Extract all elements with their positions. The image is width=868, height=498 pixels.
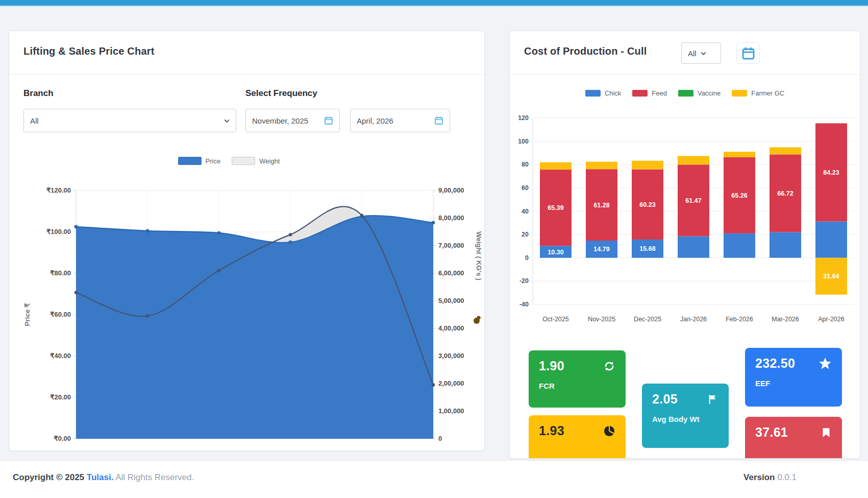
svg-text:20: 20 (522, 231, 529, 238)
svg-text:61.47: 61.47 (685, 197, 701, 204)
svg-text:40: 40 (522, 208, 529, 215)
cull-filter-value: All (688, 49, 697, 58)
copyright-suffix: All Rights Reserved. (115, 472, 194, 482)
cost-chart-legend: ChickFeedVaccineFarmer GC (510, 89, 860, 97)
chevron-down-icon (224, 119, 230, 123)
chevron-down-icon (701, 52, 706, 55)
svg-text:80: 80 (522, 161, 529, 168)
fcr-kpi-card: 1.90 FCR (529, 350, 626, 408)
svg-text:Feb-2026: Feb-2026 (726, 316, 753, 323)
avg-body-wt-kpi-card: 2.05 Avg Body Wt (642, 384, 729, 448)
svg-text:3,00,000: 3,00,000 (438, 352, 464, 360)
top-navbar (0, 0, 868, 7)
version-text: Version 0.0.1 (743, 472, 797, 483)
svg-text:65.39: 65.39 (548, 204, 563, 211)
legend-label: Chick (605, 89, 622, 97)
version-value: 0.0.1 (777, 472, 797, 482)
pie-chart-icon (603, 425, 615, 437)
svg-text:61.28: 61.28 (593, 202, 609, 209)
footer: Copyright © 2025 Tulasi. All Rights Rese… (0, 461, 868, 498)
date-from-input[interactable]: November, 2025 (245, 109, 340, 132)
right-axis-title: Weight ( KG's ) (475, 231, 483, 280)
yellow-kpi-value: 1.93 (539, 423, 564, 438)
date-to-input[interactable]: April, 2026 (350, 109, 450, 132)
svg-text:0: 0 (525, 254, 529, 262)
cost-of-production-panel: Cost of Production - Cull All ChickFeedV… (509, 31, 860, 459)
svg-text:84.23: 84.23 (823, 169, 839, 176)
avg-body-wt-value: 2.05 (652, 392, 678, 407)
eef-label: EEF (755, 379, 832, 388)
branch-select-value: All (30, 116, 39, 125)
svg-text:Mar-2026: Mar-2026 (772, 316, 799, 323)
calendar-icon (741, 46, 755, 60)
avg-body-wt-label: Avg Body Wt (652, 415, 718, 423)
brand-link[interactable]: Tulasi. (87, 472, 114, 482)
flag-icon (707, 394, 718, 405)
svg-text:9,00,000: 9,00,000 (438, 186, 464, 194)
left-axis-title: Price ₹ (23, 303, 31, 326)
legend-item: Feed (632, 89, 667, 97)
svg-text:₹40.00: ₹40.00 (50, 352, 71, 360)
lifting-sales-panel: Lifting & Sales Price Chart Branch Selec… (9, 31, 485, 451)
legend-item: Chick (585, 89, 622, 97)
legend-label: Feed (652, 89, 667, 97)
calendar-icon (324, 116, 333, 125)
svg-text:0: 0 (438, 435, 442, 442)
svg-text:31.64: 31.64 (823, 273, 839, 280)
chicken-icon (474, 316, 482, 324)
fcr-label: FCR (539, 382, 615, 390)
svg-text:66.72: 66.72 (777, 190, 793, 197)
svg-text:₹0.00: ₹0.00 (54, 435, 71, 442)
svg-text:8,00,000: 8,00,000 (438, 214, 464, 222)
branch-select[interactable]: All (23, 109, 236, 132)
svg-text:15.68: 15.68 (639, 245, 655, 252)
legend-swatch (632, 90, 648, 97)
svg-text:₹120.00: ₹120.00 (46, 186, 71, 194)
svg-text:14.79: 14.79 (593, 246, 609, 253)
frequency-label: Select Frequency (245, 88, 317, 99)
svg-text:1,00,000: 1,00,000 (438, 407, 464, 415)
svg-text:Jan-2026: Jan-2026 (680, 316, 707, 323)
svg-text:Nov-2025: Nov-2025 (588, 316, 615, 323)
svg-text:₹80.00: ₹80.00 (50, 269, 71, 277)
svg-text:60.23: 60.23 (639, 201, 655, 208)
panel-title: Cost of Production - Cull (524, 45, 647, 57)
branch-label: Branch (23, 88, 54, 99)
svg-text:₹20.00: ₹20.00 (50, 393, 71, 401)
red-kpi-value: 37.61 (755, 425, 788, 440)
svg-text:120: 120 (518, 114, 529, 122)
svg-text:-20: -20 (519, 277, 529, 284)
svg-text:4,00,000: 4,00,000 (438, 324, 464, 332)
copyright-text: Copyright © 2025 Tulasi. All Rights Rese… (13, 472, 194, 483)
panel-header: Lifting & Sales Price Chart (9, 31, 484, 75)
svg-text:Dec-2025: Dec-2025 (634, 316, 661, 323)
lifting-sales-chart: ₹120.00₹100.00₹80.00₹60.00₹40.00₹20.00₹0… (9, 151, 485, 451)
legend-swatch (732, 90, 747, 97)
red-kpi-card: 37.61 (745, 417, 842, 459)
svg-text:Oct-2025: Oct-2025 (542, 316, 568, 323)
svg-text:100: 100 (518, 138, 529, 145)
calendar-icon (434, 116, 443, 125)
svg-text:-40: -40 (519, 301, 529, 308)
svg-text:6,00,000: 6,00,000 (438, 269, 464, 277)
svg-text:60: 60 (522, 184, 529, 192)
fcr-value: 1.90 (539, 359, 564, 373)
star-icon (819, 357, 832, 370)
svg-text:5,00,000: 5,00,000 (438, 297, 464, 304)
cull-filter-select[interactable]: All (681, 42, 721, 64)
svg-text:₹100.00: ₹100.00 (46, 228, 71, 235)
svg-text:65.26: 65.26 (731, 192, 747, 199)
legend-item: Farmer GC (732, 89, 784, 97)
svg-text:2,00,000: 2,00,000 (438, 380, 464, 387)
eef-kpi-card: 232.50 EEF (745, 348, 842, 407)
date-from-value: November, 2025 (252, 116, 308, 125)
legend-label: Vaccine (698, 89, 721, 97)
copyright-prefix: Copyright © 2025 (13, 472, 84, 482)
legend-item: Vaccine (678, 89, 721, 97)
svg-text:₹60.00: ₹60.00 (50, 311, 71, 318)
svg-text:10.30: 10.30 (548, 249, 563, 256)
calendar-button[interactable] (736, 42, 760, 64)
yellow-kpi-card: 1.93 (529, 415, 626, 459)
date-to-value: April, 2026 (357, 116, 393, 125)
svg-text:7,00,000: 7,00,000 (438, 242, 464, 249)
